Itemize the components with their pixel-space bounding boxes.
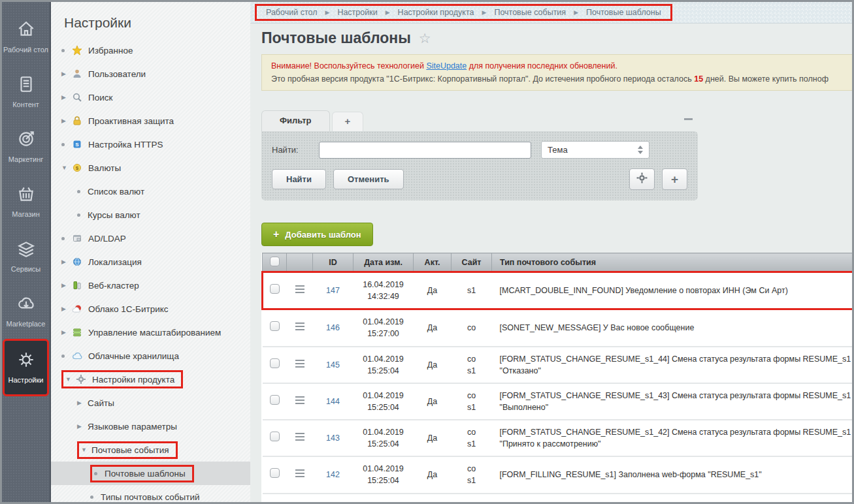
table-row: 144 01.04.2019 15:25:04 Да co s1 [FORM_S… [263,383,853,420]
siteupdate-link[interactable]: SiteUpdate [426,61,467,71]
row-menu-icon[interactable] [295,469,304,477]
template-id-link[interactable]: 143 [326,433,340,443]
chevron-right-icon[interactable]: ▶ [61,282,72,289]
search-icon [72,92,82,102]
row-checkbox[interactable] [270,432,280,441]
add-filter-field-button[interactable]: + [662,168,687,190]
modified-date-cell: 01.04.2019 15:25:04 [353,383,414,420]
row-menu-icon[interactable] [295,323,304,330]
plus-icon: + [671,172,678,187]
row-menu-icon[interactable] [295,396,304,404]
breadcrumb-link-settings[interactable]: Настройки [337,8,377,17]
sidebar-item-proactive-protection[interactable]: ▶ Проактивная защита [51,109,250,133]
row-menu-icon[interactable] [295,433,304,441]
template-id-link[interactable]: 145 [326,360,340,370]
modified-date-cell: 01.04.2019 15:25:04 [353,456,414,493]
active-column-header[interactable]: Акт. [414,253,452,272]
row-menu-icon[interactable] [295,285,304,293]
annotation-box: ▼ Настройки продукта [61,370,183,388]
gear-icon [76,374,86,385]
select-all-checkbox[interactable] [270,257,280,266]
chevron-down-icon[interactable]: ▼ [65,376,76,383]
add-template-button[interactable]: + Добавить шаблон [261,223,373,246]
template-id-link[interactable]: 147 [326,286,340,295]
sidebar-item-adldap[interactable]: AD/LDAP [51,227,250,250]
trial-days-left: 15 [694,74,703,84]
search-input[interactable] [319,142,531,159]
row-menu-icon[interactable] [295,360,304,368]
sidebar-item-label: Настройки продукта [92,375,174,385]
sidebar-item-label: Облако 1С-Битрикс [88,304,169,314]
rail-item-marketplace[interactable]: Marketplace [2,284,50,339]
field-select[interactable]: Тема [541,141,649,159]
breadcrumb-link-product-settings[interactable]: Настройки продукта [398,8,474,17]
breadcrumb-link-mail-events[interactable]: Почтовые события [494,8,566,17]
sidebar-item-web-cluster[interactable]: ▶ Веб-кластер [51,274,250,297]
sidebar-item-users[interactable]: ▶ Пользователи [51,62,250,86]
find-label: Найти: [272,145,311,155]
field-select-value: Тема [548,145,568,155]
cancel-button[interactable]: Отменить [333,169,404,189]
page-title: Почтовые шаблоны [261,29,411,47]
rail-item-services[interactable]: Сервисы [2,229,50,284]
templates-table-body: 147 16.04.2019 14:32:49 Да s1 [MCART_DOU… [263,272,853,503]
sidebar-item-sites[interactable]: ▶ Сайты [51,391,250,415]
gear-icon [16,350,36,372]
chevron-right-icon[interactable]: ▶ [77,423,88,430]
event-type-column-header[interactable]: Тип почтового события [492,253,853,272]
chevron-right-icon[interactable]: ▶ [61,118,72,124]
row-checkbox[interactable] [270,395,280,405]
target-icon [16,129,36,151]
rail-item-marketing[interactable]: Маркетинг [2,119,50,174]
sidebar-item-language-params[interactable]: ▶ Языковые параметры [51,415,250,438]
date-column-header[interactable]: Дата изм. [353,253,414,272]
sidebar-item-currency-list[interactable]: Список валют [51,180,250,203]
chevron-right-icon[interactable]: ▶ [61,71,72,77]
rail-item-store[interactable]: Магазин [2,174,50,229]
sidebar-item-currency-rates[interactable]: Курсы валют [51,203,250,227]
sidebar-item-mail-templates[interactable]: Почтовые шаблоны [51,462,250,485]
sidebar-item-localization[interactable]: ▶ Локализация [51,250,250,274]
chevron-right-icon[interactable]: ▶ [61,329,72,336]
id-column-header[interactable]: ID [313,253,353,272]
row-checkbox[interactable] [270,358,280,368]
annotation-box: ▼ Почтовые события [77,441,178,459]
filter-settings-button[interactable] [629,168,655,190]
active-cell: Да [414,494,452,503]
sidebar-item-product-settings[interactable]: ▼ Настройки продукта [51,368,250,391]
rail-item-settings[interactable]: Настройки [3,339,49,396]
sidebar-item-currencies[interactable]: ▼ $ Валюты [51,156,250,180]
rail-item-desktop[interactable]: Рабочий стол [2,10,50,65]
actions-header [287,253,313,272]
collapse-filter-icon[interactable] [684,118,693,120]
sidebar-item-https-settings[interactable]: S Настройка HTTPS [51,133,250,156]
row-checkbox[interactable] [270,321,280,331]
sidebar-item-mail-events[interactable]: ▼ Почтовые события [51,438,250,462]
sidebar-item-favorites[interactable]: Избранное [51,39,250,62]
chevron-right-icon[interactable]: ▶ [61,259,72,265]
add-filter-tab[interactable]: + [332,112,364,131]
template-id-link[interactable]: 144 [326,397,340,406]
template-id-link[interactable]: 146 [326,323,340,332]
row-checkbox[interactable] [270,468,280,478]
sidebar-item-mail-event-types[interactable]: Типы почтовых событий [51,485,250,502]
filter-tab[interactable]: Фильтр [261,110,330,131]
rail-item-label: Marketplace [7,320,46,329]
sidebar-item-cloud-storage[interactable]: Облачные хранилища [51,344,250,368]
breadcrumb-link-mail-templates[interactable]: Почтовые шаблоны [586,8,661,17]
chevron-right-icon[interactable]: ▶ [61,306,72,312]
chevron-down-icon[interactable]: ▼ [81,447,91,453]
template-id-link[interactable]: 142 [326,470,340,479]
sidebar-item-search[interactable]: ▶ Поиск [51,86,250,109]
chevron-down-icon[interactable]: ▼ [61,165,72,171]
favorite-star-icon[interactable]: ☆ [419,31,431,46]
chevron-right-icon[interactable]: ▶ [61,94,72,101]
breadcrumb-link-desktop[interactable]: Рабочий стол [266,8,317,17]
rail-item-content[interactable]: Контент [2,65,50,119]
sidebar-item-cloud-1c-bitrix[interactable]: ▶ Облако 1С-Битрикс [51,297,250,321]
find-button[interactable]: Найти [272,169,326,189]
sidebar-item-scaling-management[interactable]: ▶ Управление масштабированием [51,321,250,344]
row-checkbox[interactable] [270,284,280,294]
chevron-right-icon[interactable]: ▶ [77,400,88,406]
site-column-header[interactable]: Сайт [452,253,492,272]
